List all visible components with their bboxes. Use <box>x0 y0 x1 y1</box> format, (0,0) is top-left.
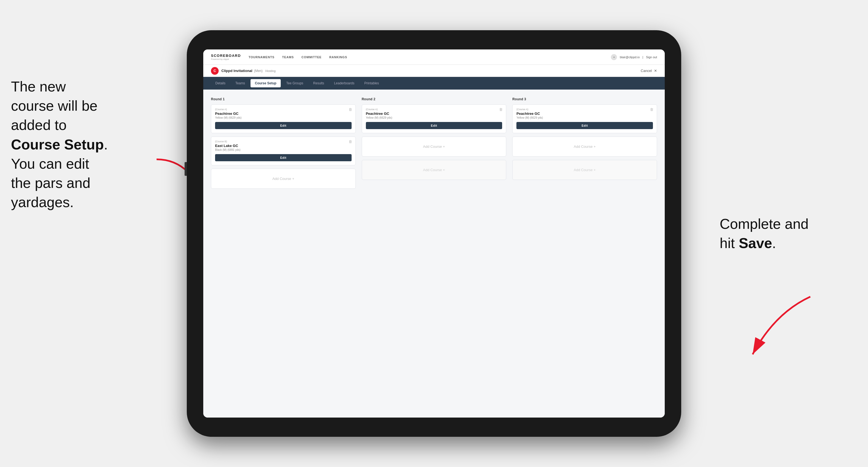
avatar: ● <box>611 54 617 60</box>
content-area: Round 1 🗑 (Course A) Peachtree GC Yellow… <box>203 90 665 417</box>
round1-course-b-detail: Black (M) (6891 yds) <box>215 148 351 151</box>
round-2-column: Round 2 🗑 (Course A) Peachtree GC Yellow… <box>362 97 506 192</box>
round2-add-course-2: Add Course + <box>362 160 506 180</box>
round2-course-a-card: 🗑 (Course A) Peachtree GC Yellow (M) (66… <box>362 104 506 133</box>
round-3-column: Round 3 🗑 (Course A) Peachtree GC Yellow… <box>512 97 657 192</box>
round2-course-a-edit-button[interactable]: Edit <box>366 122 502 129</box>
round2-add-course-2-text: Add Course + <box>423 168 445 172</box>
sign-out-link[interactable]: Sign out <box>646 56 657 59</box>
tab-tee-groups[interactable]: Tee Groups <box>282 79 308 87</box>
tab-details[interactable]: Details <box>211 79 230 87</box>
nav-committee[interactable]: COMMITTEE <box>302 54 322 60</box>
round1-course-b-delete-icon[interactable]: 🗑 <box>348 139 352 144</box>
round3-course-a-card: 🗑 (Course A) Peachtree GC Yellow (M) (66… <box>512 104 657 133</box>
round1-course-a-detail: Yellow (M) (6629 yds) <box>215 116 351 119</box>
tablet-screen: SCOREBOARD Powered by clippd TOURNAMENTS… <box>203 50 665 417</box>
round1-course-b-name: East Lake GC <box>215 144 351 148</box>
nav-rankings[interactable]: RANKINGS <box>329 54 347 60</box>
round3-add-course-2-text: Add Course + <box>574 168 596 172</box>
round2-course-a-tag: (Course A) <box>366 108 502 111</box>
round1-add-course-1-text: Add Course + <box>272 177 294 181</box>
tab-leaderboards[interactable]: Leaderboards <box>330 79 359 87</box>
tablet: SCOREBOARD Powered by clippd TOURNAMENTS… <box>187 30 681 437</box>
arrow-right <box>742 291 818 363</box>
annotation-right: Complete and hit Save. <box>720 214 835 253</box>
round3-course-a-edit-button[interactable]: Edit <box>517 122 653 129</box>
round1-course-b-tag: (Course B) <box>215 140 351 143</box>
round1-add-course-1[interactable]: Add Course + <box>211 169 356 189</box>
annotation-right-line2: hit <box>720 235 739 251</box>
round3-course-a-tag: (Course A) <box>517 108 653 111</box>
round1-course-b-edit-button[interactable]: Edit <box>215 154 351 161</box>
annotation-left-line6: the pars and <box>11 175 90 191</box>
annotation-left-line2: course will be <box>11 98 97 114</box>
round2-course-a-delete-icon[interactable]: 🗑 <box>499 107 503 112</box>
round1-course-a-name: Peachtree GC <box>215 112 351 116</box>
powered-text: Powered by clippd <box>211 58 241 60</box>
round2-add-course-1-text: Add Course + <box>423 145 445 149</box>
round2-add-course-1[interactable]: Add Course + <box>362 136 506 157</box>
nav-brand: SCOREBOARD Powered by clippd <box>211 54 241 60</box>
round2-course-a-detail: Yellow (M) (6629 yds) <box>366 116 502 119</box>
rounds-grid: Round 1 🗑 (Course A) Peachtree GC Yellow… <box>211 97 657 192</box>
nav-right: ● blair@clippd.io | Sign out <box>611 54 657 60</box>
round2-course-a-name: Peachtree GC <box>366 112 502 116</box>
round3-add-course-2: Add Course + <box>512 160 657 180</box>
round-1-column: Round 1 🗑 (Course A) Peachtree GC Yellow… <box>211 97 356 192</box>
nav-links: TOURNAMENTS TEAMS COMMITTEE RANKINGS <box>249 54 611 60</box>
round3-course-a-name: Peachtree GC <box>517 112 653 116</box>
tab-results[interactable]: Results <box>309 79 329 87</box>
round-1-label: Round 1 <box>211 97 356 101</box>
tournament-status: Hosting <box>265 69 276 72</box>
round3-add-course-1[interactable]: Add Course + <box>512 136 657 157</box>
close-icon[interactable]: ✕ <box>654 69 657 73</box>
round1-course-a-edit-button[interactable]: Edit <box>215 122 351 129</box>
tab-bar: Details Teams Course Setup Tee Groups Re… <box>203 77 665 90</box>
tab-course-setup[interactable]: Course Setup <box>250 79 281 87</box>
annotation-right-bold: Save <box>739 235 772 251</box>
annotation-left-line7: yardages. <box>11 194 73 210</box>
round1-course-a-delete-icon[interactable]: 🗑 <box>348 107 352 112</box>
round3-course-a-delete-icon[interactable]: 🗑 <box>650 107 653 112</box>
cancel-button[interactable]: Cancel <box>641 69 652 73</box>
sub-header: C Clippd Invitational (Men) Hosting Canc… <box>203 65 665 77</box>
top-nav: SCOREBOARD Powered by clippd TOURNAMENTS… <box>203 50 665 65</box>
user-email: blair@clippd.io <box>620 56 640 59</box>
round1-course-a-card: 🗑 (Course A) Peachtree GC Yellow (M) (66… <box>211 104 356 133</box>
tournament-gender: (Men) <box>254 69 262 73</box>
annotation-left-line1: The new <box>11 79 66 94</box>
tab-teams[interactable]: Teams <box>231 79 249 87</box>
nav-teams[interactable]: TEAMS <box>282 54 294 60</box>
annotation-right-line1: Complete and <box>720 216 809 232</box>
round-3-label: Round 3 <box>512 97 657 101</box>
annotation-left-line3: added to <box>11 117 66 133</box>
round1-course-a-tag: (Course A) <box>215 108 351 111</box>
annotation-left: The new course will be added to Course S… <box>11 77 159 212</box>
round-2-label: Round 2 <box>362 97 506 101</box>
round3-course-a-detail: Yellow (M) (6629 yds) <box>517 116 653 119</box>
sub-header-right: Cancel ✕ <box>641 69 657 73</box>
tab-printables[interactable]: Printables <box>360 79 383 87</box>
annotation-left-bold: Course Setup <box>11 136 104 152</box>
tournament-logo: C <box>211 67 219 75</box>
round1-course-b-card: 🗑 (Course B) East Lake GC Black (M) (689… <box>211 136 356 165</box>
tournament-name[interactable]: Clippd Invitational <box>221 69 252 73</box>
nav-tournaments[interactable]: TOURNAMENTS <box>249 54 274 60</box>
round3-add-course-1-text: Add Course + <box>574 145 596 149</box>
brand-text: SCOREBOARD <box>211 54 241 58</box>
annotation-left-line5: You can edit <box>11 156 89 172</box>
